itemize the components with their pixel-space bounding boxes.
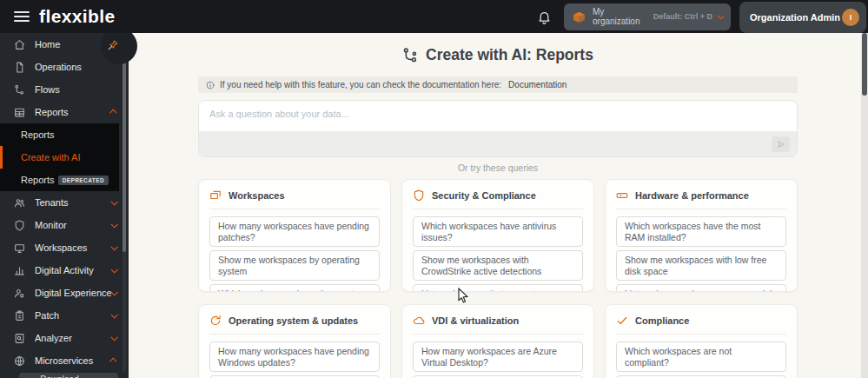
chevron-down-icon (717, 12, 724, 19)
chevron-down-icon (110, 266, 117, 273)
main-content: Create with AI: Reports If you need help… (129, 33, 861, 378)
suggestions-label: Or try these queries (198, 162, 798, 173)
sidebar-pin-toggle[interactable] (101, 28, 137, 64)
account-menu[interactable]: Organization Admin I (739, 2, 866, 33)
submenu-item-reports[interactable]: Reports (0, 123, 119, 146)
ask-question-footer (199, 131, 797, 156)
info-icon (206, 81, 215, 90)
suggested-query-button[interactable]: How many workspaces have pending patches… (209, 216, 380, 247)
notifications-bell-icon[interactable] (537, 10, 552, 24)
monitor-icon (14, 242, 25, 254)
page-scrollbar (861, 33, 868, 378)
card-title: Workspaces (229, 190, 285, 201)
suggested-query-button[interactable]: List workspaces that are not encrypted (413, 284, 583, 292)
sidebar-item-reports[interactable]: Reports (0, 101, 129, 123)
shield-icon (413, 189, 425, 202)
page-title: Create with AI: Reports (198, 45, 798, 64)
chevron-down-icon (110, 311, 117, 318)
card-title: Hardware & performance (635, 190, 749, 201)
chevron-down-icon (110, 334, 117, 341)
ask-question-box (198, 100, 798, 157)
sidebar-item-flows[interactable]: Flows (0, 78, 129, 101)
card-security-compliance: Security & Compliance Which workspaces h… (401, 179, 594, 292)
ask-question-input[interactable] (199, 101, 797, 131)
card-os-updates: Operating system & updates How many work… (198, 304, 391, 378)
page-scrollbar-thumb[interactable] (862, 33, 867, 96)
shield-icon (14, 220, 25, 231)
suggested-query-button[interactable]: Which workspaces are not compliant? (616, 342, 786, 372)
sidebar-item-patch[interactable]: Patch (0, 304, 129, 327)
suggested-query-button[interactable]: How many workspaces have pending Windows… (209, 342, 380, 372)
suggested-query-button[interactable]: Which workspaces have antivirus issues? (413, 216, 583, 247)
suggested-query-button[interactable]: Which workspaces have the most RAM insta… (209, 284, 380, 292)
home-icon (14, 39, 25, 50)
chevron-down-icon (110, 243, 117, 250)
card-vdi-virtualization: VDI & virtualization How many workspaces… (401, 304, 594, 378)
card-workspaces: Workspaces How many workspaces have pend… (198, 179, 391, 292)
card-title: Operating system & updates (229, 315, 358, 326)
submenu-item-reports-deprecated[interactable]: Reports DEPRECATED (0, 169, 119, 191)
submenu-item-download-flexxagent[interactable]: Download FlexxAgent (19, 373, 118, 378)
check-icon (616, 315, 628, 327)
package-icon (572, 10, 586, 24)
hamburger-menu-icon[interactable] (14, 9, 30, 24)
suggested-query-button[interactable]: Show me workspaces with low free disk sp… (616, 250, 786, 281)
suggested-query-button[interactable]: Show me workspaces by operating system (209, 250, 380, 281)
document-icon (14, 62, 25, 73)
cloud-icon (413, 315, 425, 327)
documentation-link[interactable]: Documentation (508, 80, 567, 90)
ai-flow-icon (402, 47, 419, 63)
suggested-query-button[interactable]: How many workspaces are Azure Virtual De… (413, 342, 583, 372)
table-icon (14, 107, 25, 118)
bar-chart-icon (14, 265, 25, 276)
refresh-icon (209, 315, 222, 327)
submenu-item-create-with-ai[interactable]: Create with AI (0, 146, 119, 169)
organization-selector[interactable]: My organization Default: Ctrl + D (564, 3, 731, 30)
mouse-cursor (458, 288, 469, 304)
suggested-query-button[interactable]: List workspaces by processor model (616, 284, 786, 292)
suggested-query-button[interactable]: Show me workspaces with CrowdStrike acti… (413, 250, 583, 281)
clipboard-icon (14, 310, 25, 322)
suggestion-cards-grid: Workspaces How many workspaces have pend… (198, 179, 798, 378)
globe-icon (14, 355, 25, 367)
sidebar-item-analyzer[interactable]: Analyzer (0, 327, 129, 349)
sidebar-item-microservices[interactable]: Microservices (0, 349, 129, 372)
sidebar-scrollbar (123, 38, 126, 373)
ram-icon (616, 189, 628, 202)
chevron-down-icon (110, 288, 117, 295)
organization-name: My organization (593, 7, 653, 26)
sidebar-item-monitor[interactable]: Monitor (0, 214, 129, 236)
sidebar-item-tenants[interactable]: Tenants (0, 191, 129, 214)
user-role-label: Organization Admin (750, 12, 842, 23)
user-icon (14, 288, 25, 299)
sidebar: Home Operations Flows Reports Reports Cr… (0, 33, 129, 378)
people-icon (14, 197, 25, 209)
sidebar-item-digital-experience[interactable]: Digital Experience (0, 282, 129, 304)
top-bar: flexxible My organization Default: Ctrl … (0, 0, 868, 33)
windows-icon (209, 189, 222, 202)
card-compliance: Compliance Which workspaces are not comp… (605, 304, 798, 378)
card-hardware-performance: Hardware & performance Which workspaces … (605, 179, 798, 292)
chevron-down-icon (110, 221, 117, 228)
pin-icon (107, 39, 119, 51)
sidebar-scrollbar-thumb[interactable] (123, 40, 126, 252)
info-banner: If you need help with this feature, you … (198, 76, 798, 93)
reports-submenu: Reports Create with AI Reports DEPRECATE… (0, 123, 119, 191)
sidebar-item-digital-activity[interactable]: Digital Activity (0, 259, 129, 282)
sidebar-item-workspaces[interactable]: Workspaces (0, 236, 129, 259)
chevron-down-icon (110, 198, 117, 205)
flow-icon (14, 84, 25, 96)
suggested-query-button[interactable]: Which workspaces have the most RAM insta… (616, 216, 786, 247)
organization-shortcut-hint: Default: Ctrl + D (653, 12, 712, 21)
deprecated-badge: DEPRECATED (58, 176, 109, 185)
card-title: Security & Compliance (432, 190, 536, 201)
card-title: VDI & virtualization (432, 315, 519, 326)
send-icon (777, 140, 785, 149)
send-button[interactable] (772, 136, 790, 152)
info-text: If you need help with this feature, you … (220, 80, 501, 90)
avatar: I (842, 9, 859, 26)
analyzer-icon (14, 333, 25, 344)
flexxible-logo[interactable]: flexxible (39, 6, 116, 27)
card-title: Compliance (635, 315, 689, 326)
